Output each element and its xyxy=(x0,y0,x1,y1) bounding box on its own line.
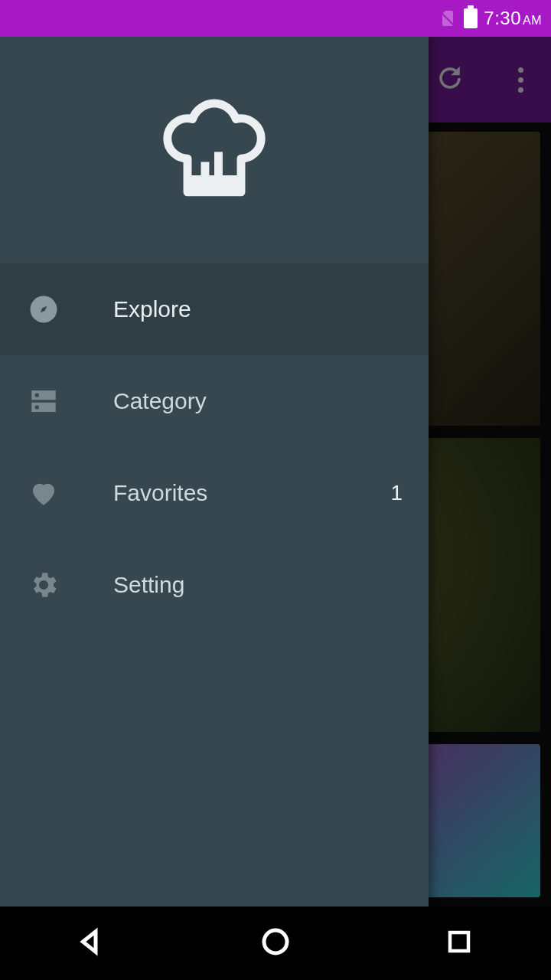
circle-icon xyxy=(260,926,291,960)
android-nav-bar xyxy=(0,906,551,980)
compass-icon xyxy=(28,293,60,325)
nav-item-favorites[interactable]: Favorites 1 xyxy=(0,447,429,539)
heart-icon xyxy=(28,477,60,509)
svg-rect-1 xyxy=(201,162,210,179)
svg-rect-2 xyxy=(214,152,223,178)
drawer-header xyxy=(0,37,429,263)
svg-point-7 xyxy=(35,405,39,409)
svg-rect-9 xyxy=(450,933,468,951)
recents-button[interactable] xyxy=(413,920,505,966)
nav-item-badge: 1 xyxy=(390,481,407,505)
server-icon xyxy=(28,385,60,417)
svg-point-6 xyxy=(35,394,39,397)
nav-item-label: Category xyxy=(113,388,349,414)
status-bar: 7:30AM xyxy=(0,0,551,37)
no-sim-icon xyxy=(436,9,458,28)
nav-item-label: Setting xyxy=(113,572,349,598)
battery-icon xyxy=(464,8,478,28)
square-icon xyxy=(445,928,473,959)
nav-item-category[interactable]: Category xyxy=(0,355,429,447)
nav-item-label: Explore xyxy=(113,296,349,322)
navigation-drawer: Explore Category Favorites 1 Setting xyxy=(0,37,429,906)
chef-hat-icon xyxy=(161,95,268,205)
status-time: 7:30AM xyxy=(484,8,542,29)
back-button[interactable] xyxy=(46,920,138,966)
back-icon xyxy=(77,926,107,960)
gear-icon xyxy=(28,569,60,601)
home-button[interactable] xyxy=(230,920,321,966)
screen-root: 7:30AM xyxy=(0,0,551,980)
nav-item-setting[interactable]: Setting xyxy=(0,539,429,631)
nav-item-explore[interactable]: Explore xyxy=(0,263,429,355)
nav-item-label: Favorites xyxy=(113,480,337,506)
svg-point-8 xyxy=(264,930,287,953)
